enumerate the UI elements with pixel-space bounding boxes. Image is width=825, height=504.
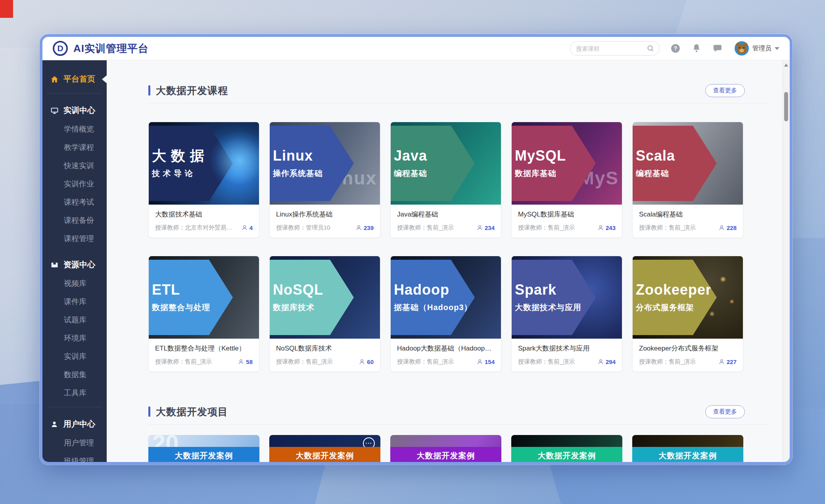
user-avatar[interactable] [735,41,749,56]
course-card-row: 大 数 据技 术 导 论大数据技术基础授课教师：北京市对外贸易学校教...4in… [148,122,783,238]
section-projects: 大数据开发项目 查看更多 20大数据开发案例···大数据开发案例大数据开发案例大… [107,404,783,462]
app-title: AI实训管理平台 [73,42,149,56]
vertical-scrollbar[interactable] [783,60,790,462]
course-card[interactable]: Spark大数据技术与应用Spark大数据技术与应用授课教师：售前_演示294 [511,256,622,372]
sidebar-divider [47,93,102,94]
sidebar-item[interactable]: 学情概览 [42,120,107,138]
sidebar-item[interactable]: 实训库 [42,347,107,366]
student-count-value: 60 [367,358,374,365]
course-card-body: Scala编程基础授课教师：售前_演示228 [633,205,743,238]
app-logo-icon: D [53,41,68,56]
cover-arrow: Zookeeper分布式服务框架 [633,260,717,335]
section-title-bar [148,85,150,96]
student-count-value: 4 [249,224,253,231]
project-card[interactable]: 20大数据开发案例 [148,435,259,462]
person-icon [598,359,604,365]
cover-arrow: Java编程基础 [391,126,475,201]
person-icon [359,359,365,365]
course-card[interactable]: Scala编程基础Scala编程基础授课教师：售前_演示228 [632,122,743,238]
course-meta: 授课教师：售前_演示243 [518,224,616,232]
cover-subheading: 分布式服务框架 [636,302,717,313]
sidebar-group-2[interactable]: 用户中心 [42,414,107,434]
course-meta: 授课教师：售前_演示228 [639,224,737,232]
sidebar-item[interactable]: 课程管理 [42,230,107,248]
cover-subheading: 技 术 导 论 [152,168,233,179]
monitor-icon [50,107,58,114]
scrollbar-up-arrow-icon[interactable] [784,63,788,67]
avatar-muzzle [739,49,744,52]
course-title: ETL数据整合与处理（Kettle） [155,344,253,353]
sidebar-home-label: 平台首页 [63,74,95,84]
user-icon [50,421,58,428]
project-card[interactable]: 大数据开发案例 [632,435,743,462]
help-icon[interactable]: ? [670,43,681,54]
course-card[interactable]: ETL数据整合与处理ETL数据整合与处理（Kettle）授课教师：售前_演示58 [148,256,259,372]
sidebar-item[interactable]: 工具库 [42,384,107,402]
cover-arrow: Scala编程基础 [633,126,717,201]
chevron-down-icon[interactable] [775,47,779,50]
sidebar-group-1[interactable]: 资源中心 [42,255,107,274]
course-cover: Hadoop据基础（Hadoop3） [391,256,501,339]
course-card-body: Hadoop大数据基础（Hadoop3）授课教师：售前_演示154 [391,339,501,372]
section-header: 大数据开发课程 查看更多 [148,83,745,98]
course-card[interactable]: MySMySQL数据库基础MySQL数据库基础授课教师：售前_演示243 [511,122,622,238]
course-card[interactable]: NoSQL数据库技术NoSQL数据库技术授课教师：售前_演示60 [269,256,380,372]
bell-icon[interactable] [691,43,702,54]
person-icon [477,225,483,231]
section-header: 大数据开发项目 查看更多 [148,404,745,419]
sidebar-item[interactable]: 实训作业 [42,175,107,193]
project-card-row: 20大数据开发案例···大数据开发案例大数据开发案例大数据开发案例大数据开发案例 [148,435,783,462]
student-count-value: 154 [485,358,495,365]
course-teacher: 授课教师：售前_演示 [518,224,598,232]
view-more-button[interactable]: 查看更多 [705,405,745,418]
sidebar-item[interactable]: 试题库 [42,311,107,329]
sidebar-item[interactable]: 视频库 [42,274,107,293]
app-window: D AI实训管理平台 ? 管理员 [40,34,792,465]
cover-heading: NoSQL [273,282,354,298]
course-meta: 授课教师：售前_演示58 [155,358,253,366]
search-icon[interactable] [647,44,654,52]
student-count-value: 234 [485,224,495,231]
sidebar-item-home[interactable]: 平台首页 [42,70,107,88]
course-card-body: Zookeeper分布式服务框架授课教师：售前_演示227 [633,339,743,372]
sidebar-item[interactable]: 教学课程 [42,138,107,157]
sidebar-item[interactable]: 快速实训 [42,157,107,175]
course-card[interactable]: 大 数 据技 术 导 论大数据技术基础授课教师：北京市对外贸易学校教...4 [148,122,259,238]
sidebar-item[interactable]: 数据集 [42,366,107,384]
sidebar-item[interactable]: 用户管理 [42,434,107,452]
course-title: 大数据技术基础 [155,210,253,219]
cover-heading: ETL [152,282,233,298]
user-name[interactable]: 管理员 [752,44,771,53]
sidebar-item[interactable]: 课件库 [42,293,107,311]
person-icon [719,225,725,231]
course-card-body: MySQL数据库基础授课教师：售前_演示243 [512,205,622,238]
person-icon [598,225,604,231]
search-box[interactable] [570,41,660,56]
sidebar-item[interactable]: 课程考试 [42,193,107,211]
course-cover: inuxLinux操作系统基础 [270,122,380,205]
course-card[interactable]: Zookeeper分布式服务框架Zookeeper分布式服务框架授课教师：售前_… [632,256,743,372]
project-card[interactable]: 大数据开发案例 [390,435,501,462]
project-card[interactable]: 大数据开发案例 [511,435,622,462]
sidebar-item[interactable]: 班级管理 [42,452,107,465]
course-card[interactable]: Hadoop据基础（Hadoop3）Hadoop大数据基础（Hadoop3）授课… [390,256,501,372]
sidebar-group-label: 用户中心 [63,419,95,429]
project-banner: 大数据开发案例 [148,447,259,462]
course-card[interactable]: inuxLinux操作系统基础Linux操作系统基础授课教师：管理员10239 [269,122,380,238]
view-more-button[interactable]: 查看更多 [705,84,745,97]
search-input[interactable] [575,45,647,52]
course-card[interactable]: Java编程基础Java编程基础授课教师：售前_演示234 [390,122,501,238]
home-icon [50,76,58,83]
cover-arrow: Linux操作系统基础 [270,126,354,201]
scrollbar-thumb[interactable] [784,92,788,121]
sidebar-group-0[interactable]: 实训中心 [42,101,107,120]
sidebar-item[interactable]: 环境库 [42,329,107,347]
course-meta: 授课教师：售前_演示234 [397,224,495,232]
resource-icon [50,261,58,268]
cover-subheading: 操作系统基础 [273,168,354,179]
chat-icon[interactable] [712,43,723,54]
project-card[interactable]: ···大数据开发案例 [269,435,380,462]
cover-heading: Hadoop [394,282,475,298]
sidebar-item[interactable]: 课程备份 [42,211,107,230]
student-count-value: 228 [727,224,737,231]
